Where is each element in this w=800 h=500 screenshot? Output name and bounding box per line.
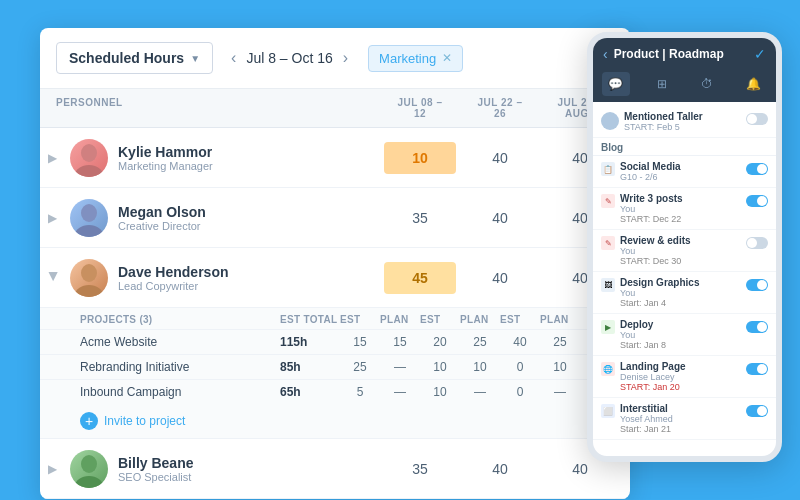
- p1-e3: 0: [500, 360, 540, 374]
- mobile-icon-review: ✎: [601, 236, 615, 250]
- mobile-card: ‹ Product | Roadmap ✓ 💬 ⊞ ⏱ 🔔 Mentioned …: [587, 32, 782, 462]
- person-info-kylie: ▶ Kylie Hammor Marketing Manager: [40, 129, 380, 187]
- date-range-label: Jul 8 – Oct 16: [246, 50, 332, 66]
- billy-w2: 40: [460, 461, 540, 477]
- invite-label: Invite to project: [104, 414, 185, 428]
- proj-header-est-total: EST TOTAL: [280, 314, 340, 325]
- mobile-item-interstitial: ⬜ Interstitial Yosef AhmedStart: Jan 21: [593, 398, 776, 440]
- col-week1: JUL 08 – 12: [380, 89, 460, 127]
- person-row-dave: ▶ Dave Henderson Lead Copywriter 45 40 4…: [40, 248, 630, 308]
- mobile-write-content: Write 3 posts YouSTART: Dec 22: [620, 193, 741, 224]
- mobile-item-deploy: ▶ Deploy YouStart: Jan 8: [593, 314, 776, 356]
- p1-p2: 10: [460, 360, 500, 374]
- mobile-deploy-sub: YouStart: Jan 8: [620, 330, 741, 350]
- mobile-toggle-top[interactable]: [746, 113, 768, 125]
- toggle-dot-social: [757, 164, 767, 174]
- proj-h-p1: PLAN: [380, 314, 420, 325]
- mobile-toggle-deploy[interactable]: [746, 321, 768, 333]
- mobile-toggle-landing[interactable]: [746, 363, 768, 375]
- mobile-toggle-design[interactable]: [746, 279, 768, 291]
- toggle-dot-design: [757, 280, 767, 290]
- mobile-design-title: Design Graphics: [620, 277, 741, 288]
- proj-header-label: PROJECTS (3): [80, 314, 280, 325]
- mobile-deploy-content: Deploy YouStart: Jan 8: [620, 319, 741, 350]
- mobile-mention-content: Mentioned Taller START: Feb 5: [624, 111, 741, 132]
- project-est-0: 115h: [280, 335, 340, 349]
- person-title-billy: SEO Specialist: [118, 471, 193, 483]
- mobile-tab-chat[interactable]: 💬: [602, 72, 630, 96]
- close-icon[interactable]: ✕: [442, 51, 452, 65]
- back-icon[interactable]: ‹: [603, 46, 608, 62]
- mobile-toggle-social[interactable]: [746, 163, 768, 175]
- mobile-item-design: 🖼 Design Graphics YouStart: Jan 4: [593, 272, 776, 314]
- mobile-tab-bell[interactable]: 🔔: [739, 72, 767, 96]
- mobile-icon-deploy: ▶: [601, 320, 615, 334]
- mobile-landing-sub: Denise LaceySTART: Jan 20: [620, 372, 741, 392]
- mobile-interstitial-content: Interstitial Yosef AhmedStart: Jan 21: [620, 403, 741, 434]
- avatar-billy: [70, 450, 108, 488]
- col-week2: JUL 22 – 26: [460, 89, 540, 127]
- invite-row[interactable]: + Invite to project: [40, 404, 630, 438]
- billy-w3: 40: [540, 461, 620, 477]
- mobile-tabs: 💬 ⊞ ⏱ 🔔: [593, 68, 776, 102]
- p2-p2: —: [460, 385, 500, 399]
- mobile-landing-content: Landing Page Denise LaceySTART: Jan 20: [620, 361, 741, 392]
- view-dropdown[interactable]: Scheduled Hours ▼: [56, 42, 213, 74]
- person-row-kylie: ▶ Kylie Hammor Marketing Manager 10 40 4…: [40, 128, 630, 188]
- person-info-megan: ▶ Megan Olson Creative Director: [40, 189, 380, 247]
- filter-tag[interactable]: Marketing ✕: [368, 45, 463, 72]
- mobile-content: Mentioned Taller START: Feb 5 Blog 📋 Soc…: [593, 102, 776, 440]
- prev-arrow[interactable]: ‹: [227, 47, 240, 69]
- person-title-dave: Lead Copywriter: [118, 280, 228, 292]
- mobile-review-content: Review & edits YouSTART: Dec 30: [620, 235, 741, 266]
- mobile-icon-landing: 🌐: [601, 362, 615, 376]
- project-name-0: Acme Website: [80, 335, 280, 349]
- mobile-tab-time[interactable]: ⏱: [693, 72, 721, 96]
- mobile-toggle-review[interactable]: [746, 237, 768, 249]
- project-row-0: Acme Website 115h 15 15 20 25 40 25: [40, 329, 630, 354]
- expand-arrow-billy[interactable]: ▶: [48, 462, 60, 476]
- proj-h-e2: EST: [420, 314, 460, 325]
- mobile-toggle-interstitial[interactable]: [746, 405, 768, 417]
- mobile-item-social: 📋 Social Media G10 - 2/6: [593, 156, 776, 188]
- person-details-dave: Dave Henderson Lead Copywriter: [118, 264, 228, 292]
- toggle-dot: [747, 114, 757, 124]
- p0-p3: 25: [540, 335, 580, 349]
- mobile-social-sub: G10 - 2/6: [620, 172, 741, 182]
- billy-w4: 40: [620, 461, 630, 477]
- mobile-interstitial-title: Interstitial: [620, 403, 741, 414]
- avatar-megan: [70, 199, 108, 237]
- mobile-toggle-write[interactable]: [746, 195, 768, 207]
- mobile-review-title: Review & edits: [620, 235, 741, 246]
- kylie-w1-highlight: 10: [384, 142, 456, 174]
- filter-label: Marketing: [379, 51, 436, 66]
- proj-h-p2: PLAN: [460, 314, 500, 325]
- expand-arrow-dave[interactable]: ▶: [47, 272, 61, 284]
- person-details-kylie: Kylie Hammor Marketing Manager: [118, 144, 213, 172]
- svg-point-1: [75, 165, 103, 177]
- expand-arrow-megan[interactable]: ▶: [48, 211, 60, 225]
- person-info-dave: ▶ Dave Henderson Lead Copywriter: [40, 249, 380, 307]
- megan-w2: 40: [460, 210, 540, 226]
- check-icon: ✓: [754, 46, 766, 62]
- p0-e1: 15: [340, 335, 380, 349]
- mobile-tab-grid[interactable]: ⊞: [648, 72, 676, 96]
- person-title-kylie: Marketing Manager: [118, 160, 213, 172]
- proj-h-e3: EST: [500, 314, 540, 325]
- toolbar: Scheduled Hours ▼ ‹ Jul 8 – Oct 16 › Mar…: [40, 28, 630, 89]
- billy-w1: 35: [380, 461, 460, 477]
- dave-w1: 45: [380, 258, 460, 298]
- mobile-mention-title: Mentioned Taller: [624, 111, 741, 122]
- mobile-deploy-title: Deploy: [620, 319, 741, 330]
- write-start: START: Dec 22: [620, 214, 681, 224]
- p0-e2: 20: [420, 335, 460, 349]
- expand-arrow-kylie[interactable]: ▶: [48, 151, 60, 165]
- mobile-social-content: Social Media G10 - 2/6: [620, 161, 741, 182]
- next-arrow[interactable]: ›: [339, 47, 352, 69]
- person-details-billy: Billy Beane SEO Specialist: [118, 455, 193, 483]
- toggle-dot-review: [747, 238, 757, 248]
- mobile-header: ‹ Product | Roadmap ✓: [593, 38, 776, 68]
- svg-point-7: [75, 476, 103, 488]
- toggle-dot-landing: [757, 364, 767, 374]
- kylie-w1: 10: [380, 138, 460, 178]
